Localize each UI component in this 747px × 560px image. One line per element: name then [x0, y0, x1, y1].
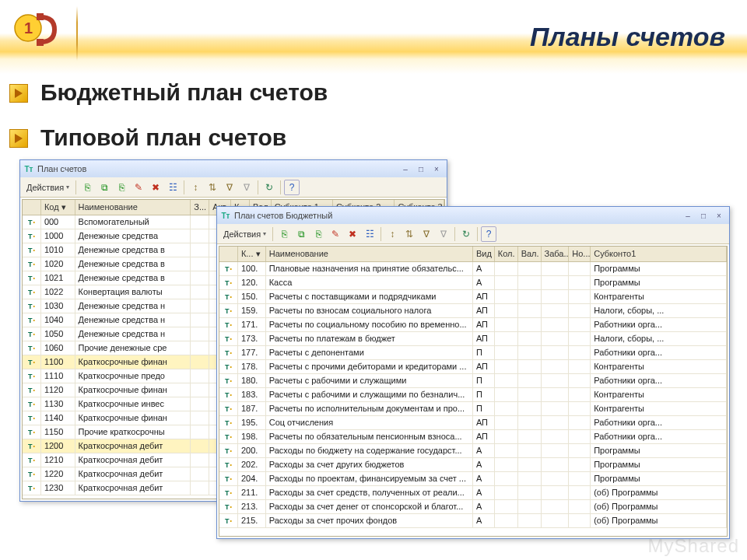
table-row[interactable]: 120.КассаАПрограммы [219, 276, 727, 290]
col-z[interactable]: З... [191, 200, 209, 215]
filter-icon[interactable]: ∇ [419, 226, 434, 242]
actions-menu[interactable]: Действия [220, 228, 269, 240]
edit-icon[interactable]: ✎ [131, 180, 146, 195]
row-type-icon [23, 355, 41, 369]
cell-code: 200. [238, 444, 266, 457]
add-icon[interactable]: ⎘ [79, 180, 95, 195]
cell-code: 1050 [41, 327, 75, 341]
col-zaba[interactable]: Заба... [542, 247, 570, 261]
filter-icon[interactable]: ∇ [222, 180, 237, 195]
move-icon[interactable]: ↕ [188, 180, 203, 195]
delete-icon[interactable]: ✖ [345, 226, 360, 242]
titlebar[interactable]: Тт План счетов – □ × [20, 160, 447, 177]
cell-subkonto: Программы [591, 444, 727, 457]
row-type-icon [219, 486, 238, 499]
edit-icon[interactable]: ✎ [328, 226, 343, 242]
col-name[interactable]: Наименование [75, 200, 191, 215]
cell-vid: А [473, 472, 495, 485]
refresh-icon[interactable]: ↻ [458, 226, 474, 242]
col-no[interactable]: Но... [569, 247, 591, 261]
sort-icon[interactable]: ⇅ [402, 226, 417, 242]
cell-subkonto: Программы [591, 276, 727, 289]
table-row[interactable]: 211.Расходы за счет средств, полученных … [219, 486, 727, 500]
row-type-icon [219, 360, 238, 373]
add-group-icon[interactable]: ⧉ [293, 226, 309, 242]
col-icon[interactable] [219, 247, 238, 261]
table-row[interactable]: 198.Расчеты по обязательным пенсионным в… [219, 430, 727, 444]
cell-code: 198. [238, 430, 266, 443]
cell-name: Краткосрочная дебит [75, 453, 191, 467]
table-row[interactable]: 177.Расчеты с депонентамиПРаботники орга… [219, 346, 727, 360]
cell-code: 1000 [41, 229, 75, 243]
copy-icon[interactable]: ⎘ [310, 226, 326, 242]
table-row[interactable]: 159.Расчеты по взносам социального налог… [219, 304, 727, 318]
table-row[interactable]: 150.Расчеты с поставщиками и подрядчикам… [219, 290, 727, 304]
table-row[interactable]: 183.Расчеты с рабочими и служащими по бе… [219, 388, 727, 402]
table-row[interactable]: 204.Расходы по проектам, финансируемым з… [219, 472, 727, 486]
delete-icon[interactable]: ✖ [148, 180, 163, 195]
close-button[interactable]: × [430, 163, 444, 174]
actions-menu[interactable]: Действия [23, 181, 72, 194]
table-row[interactable]: 200.Расходы по бюджету на содержание гос… [219, 444, 727, 458]
window-title: План счетов [37, 164, 86, 173]
row-type-icon [23, 229, 41, 243]
cell-vid: АП [473, 290, 495, 303]
table-row[interactable]: 213.Расходы за счет денег от спонсорской… [219, 500, 727, 514]
filter-off-icon[interactable]: ∇ [436, 226, 451, 242]
cell-code: 1210 [41, 453, 75, 467]
col-vid[interactable]: Вид [473, 247, 495, 261]
cell-code: 1020 [41, 257, 75, 271]
minimize-button[interactable]: – [398, 163, 412, 174]
bullet-1-text: Бюджетный план счетов [40, 79, 328, 106]
cell-subkonto: Работники орга... [591, 318, 727, 331]
col-icon[interactable] [23, 200, 41, 215]
bullet-icon [9, 84, 28, 103]
col-code[interactable]: К... ▾ [238, 247, 266, 261]
cell-subkonto: Программы [591, 262, 727, 275]
close-button[interactable]: × [712, 210, 726, 221]
table-row[interactable]: 187.Расчеты по исполнительным документам… [219, 402, 727, 416]
table-row[interactable]: 215.Расходы за счет прочих фондовА(об) П… [219, 514, 727, 528]
cell-vid: П [473, 374, 495, 387]
table-row[interactable]: 100.Плановые назначения на принятие обяз… [219, 262, 727, 276]
table-row[interactable]: 178.Расчеты с прочими дебиторами и креди… [219, 360, 727, 374]
col-name[interactable]: Наименование [266, 247, 473, 261]
row-type-icon [219, 276, 238, 289]
row-type-icon [219, 402, 238, 415]
col-kol[interactable]: Кол. [495, 247, 518, 261]
sort-icon[interactable]: ⇅ [205, 180, 220, 195]
cell-name: Краткосрочные финан [75, 355, 191, 369]
table-row[interactable]: 195.Соц отчисленияАПРаботники орга... [219, 416, 727, 430]
row-type-icon [219, 262, 238, 275]
table-row[interactable]: 202.Расходы за счет других бюджетовАПрог… [219, 458, 727, 472]
copy-icon[interactable]: ⎘ [114, 180, 129, 195]
filter-off-icon[interactable]: ∇ [239, 180, 254, 195]
hierarchy-icon[interactable]: ☷ [165, 180, 181, 195]
refresh-icon[interactable]: ↻ [261, 180, 277, 195]
table-row[interactable]: 171.Расчеты по социальному пособию по вр… [219, 318, 727, 332]
help-icon[interactable]: ? [284, 180, 300, 195]
grid-body[interactable]: 100.Плановые назначения на принятие обяз… [219, 262, 727, 536]
col-code[interactable]: Код ▾ [41, 200, 75, 215]
cell-vid: А [473, 276, 495, 289]
move-icon[interactable]: ↕ [384, 226, 400, 242]
titlebar[interactable]: Тт План счетов Бюджетный – □ × [217, 207, 729, 224]
cell-code: 1010 [41, 243, 75, 257]
table-row[interactable]: 173.Расчеты по платежам в бюджетАПНалоги… [219, 332, 727, 346]
row-type-icon [23, 313, 41, 327]
add-group-icon[interactable]: ⧉ [96, 180, 112, 195]
add-icon[interactable]: ⎘ [276, 226, 292, 242]
table-row[interactable]: 180.Расчеты с рабочими и служащимиПРабот… [219, 374, 727, 388]
help-icon[interactable]: ? [481, 226, 496, 242]
cell-name: Расчеты с рабочими и служащими [266, 374, 473, 387]
maximize-button[interactable]: □ [414, 163, 428, 174]
row-type-icon [23, 411, 41, 425]
cell-vid: А [473, 444, 495, 457]
maximize-button[interactable]: □ [696, 210, 710, 221]
row-type-icon [219, 430, 238, 443]
cell-subkonto: Контрагенты [591, 388, 727, 401]
col-val[interactable]: Вал. [518, 247, 542, 261]
hierarchy-icon[interactable]: ☷ [362, 226, 377, 242]
minimize-button[interactable]: – [681, 210, 695, 221]
col-sub1[interactable]: Субконто1 [591, 247, 727, 261]
